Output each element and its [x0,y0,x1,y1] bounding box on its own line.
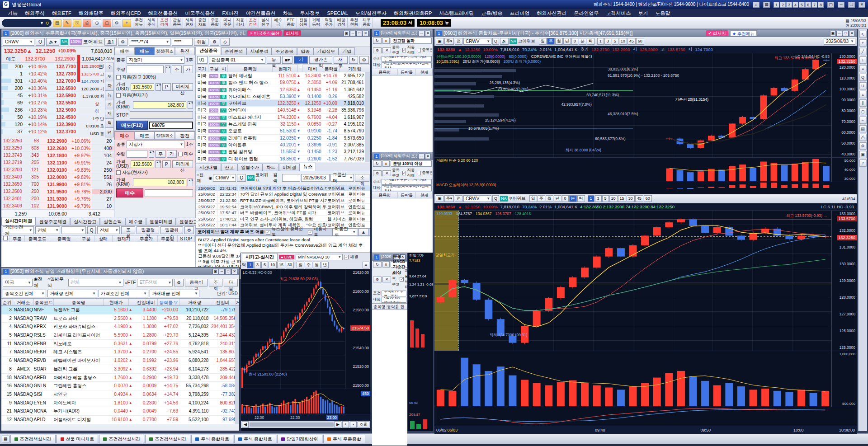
password-field[interactable]: **** [172,38,193,46]
menu-item[interactable]: 기능 [5,10,21,17]
volume-rank-table[interactable]: 3 NASDAQ NIVF 뉴젠IVF 그룹 5.1600 ▲ 3.4400 +… [1,306,239,424]
quick-button[interactable]: 적정 주가 [322,18,335,28]
precalc-button[interactable]: 미리계산 [172,83,193,91]
monitor-icon[interactable]: ▢ [827,2,834,8]
menu-item[interactable]: 시스템트레이딩 [436,10,477,17]
layout-icon[interactable]: ▣ [436,195,443,202]
price-combo[interactable]: 가격조건 전체▼ [99,290,148,297]
chart-date-combo[interactable]: 2025/06/03▼ [824,38,855,45]
close-button[interactable]: ✕ [859,2,865,8]
autodelete-checkbox[interactable] [402,48,406,52]
quick-button[interactable]: 거래 등락 [310,18,322,28]
menu-item[interactable]: 모의/실전투자 [352,10,390,17]
radio-all[interactable]: ◉전체 [34,276,46,289]
pause-icon[interactable]: II [382,38,390,44]
prev-button[interactable]: 전 [455,38,462,45]
pin-icon[interactable]: ▣ [344,31,349,36]
quick-button[interactable]: 배당 검색 [335,18,348,28]
minimize-icon[interactable]: ─ [836,31,842,36]
menu-item[interactable]: 보기 [635,10,651,17]
autocontent-checkbox[interactable] [308,230,312,235]
menu-item[interactable]: SPECIAL [324,10,351,16]
condition-name[interactable]: 분당 100억 이상 [391,160,432,167]
precalc-button[interactable]: 미리계산 [172,160,193,168]
menu-item[interactable]: 미국주식옵션 [182,10,218,17]
maximize-button[interactable]: ❐ [848,2,855,8]
autodelete-checkbox[interactable] [400,277,404,282]
gear-icon[interactable]: ⚙ [118,38,127,46]
buy-code-field[interactable] [145,189,193,197]
minimize-icon[interactable]: ─ [350,31,356,36]
gear-icon[interactable]: ⚙ [210,38,219,46]
quick-button[interactable]: 재무 종합 [360,18,373,28]
mode-combo[interactable]: 주▾ [444,38,454,45]
p-button[interactable]: P [162,83,171,91]
sell-form-tabs[interactable]: 매수매도정정/취소환전 [114,47,195,55]
menu-item[interactable]: 해외주식CFD [108,10,144,17]
gear-icon[interactable]: ⚙ [184,226,194,234]
gear-icon[interactable]: ⚙ [373,277,382,282]
add-folder-icon[interactable]: + [123,19,131,27]
quick-button[interactable]: 추천 메뉴 [132,18,145,28]
taskbar-tab[interactable]: 주식 주문종합 [323,435,365,443]
menu-item[interactable]: 차트 [279,10,296,17]
home-icon[interactable]: ⌂ [753,2,760,8]
layout-icon[interactable]: ▣ [436,38,443,45]
stop-icon[interactable]: ■▾ [282,56,292,64]
gear-icon[interactable]: ⚙ [373,47,382,53]
gear-icon[interactable]: ⚙ [373,170,382,176]
gear-icon[interactable]: ⚙ [174,279,184,286]
sell-price-krw[interactable]: 182,800 [133,101,186,109]
quick-button[interactable]: 조건 검색 [246,18,259,28]
menu-item[interactable]: 해외선물옵션 [145,10,181,17]
monitor-icon[interactable]: ▢ [103,19,111,27]
quick-button[interactable]: 예수 금 [272,18,284,28]
close-icon[interactable]: ✕ [382,170,391,176]
mini-tick-buttons[interactable]: 135101530 [247,262,294,268]
maximize-icon[interactable]: □ [225,269,231,274]
tick-buttons[interactable]: 135104560 [597,38,644,45]
news-symbol-combo[interactable]: CRWV▼ [213,174,236,182]
taskbar-tab[interactable]: 주식 종합차트 [191,435,233,443]
radio-all[interactable]: ○전체 [197,172,208,184]
radio-etf[interactable]: ○ETF [125,280,136,285]
pin-icon[interactable]: ▣ [830,31,836,36]
buy-form-tabs[interactable]: 매수매도정정/취소환전 [114,131,195,140]
amt-combo[interactable]: 거래대금 전체▼ [150,290,199,297]
zoom-out-button[interactable]: - [350,421,357,428]
close-icon[interactable]: ✕ [425,31,431,36]
chevron-down-icon[interactable]: ▼ [40,21,44,25]
gear-icon[interactable]: ⚙ [113,19,121,27]
news-search-field[interactable] [282,174,300,182]
ask-table[interactable]: 200 +10.46% 132.7700 1 +10.42% 132.7300 … [1,63,78,137]
research-badge[interactable]: ✔ 리서치 [706,30,728,36]
type-filter[interactable]: 전체▼ [35,226,60,234]
qty-ga-button[interactable]: 가 [167,150,177,158]
modify-all-button[interactable]: 일괄정정 [137,226,159,234]
account-combo[interactable]: ****-**74▼ [129,38,170,46]
quick-button[interactable]: 전일 상위 [297,18,310,28]
tick-buttons[interactable]: 1351015304560 [588,195,652,202]
vol-combo[interactable]: 거래량 전체▼ [47,290,97,297]
minimize-icon[interactable]: ─ [419,31,425,36]
search-icon[interactable]: Q [87,226,96,234]
collapse-icon[interactable]: ▲ [359,228,368,236]
weekly-volume[interactable]: 거래량 단순 5 20 60 120 50,00040,00030,000 [434,157,857,182]
buy-button[interactable]: 매수 [116,188,143,197]
grid-icon[interactable]: ▦ [763,2,770,8]
menu-item[interactable]: 교육/방송 [478,10,505,17]
period-buttons[interactable]: 일주월년0분틱 [539,38,594,45]
menu-item[interactable]: 도움말 [652,10,673,17]
search-icon[interactable]: Q [492,195,499,202]
scroll-right-icon[interactable]: ▶ [335,421,341,428]
taskbar-tab[interactable]: 선물 미니차트 [57,435,99,443]
minute-indicator[interactable] [434,407,857,426]
chart-symbol-combo[interactable]: CRWV▼ [463,195,491,202]
query-button[interactable]: 조회 [209,279,223,286]
autolink-combo[interactable]: 자동연동▼ [332,228,357,236]
compare-button[interactable]: 종목비교 [185,279,207,286]
autodelete-checkbox[interactable] [402,171,406,175]
quick-button[interactable]: 자동 감시 [234,18,246,28]
select-all-checkbox[interactable] [3,236,8,240]
detail-tabs[interactable]: 시간대별잔고일별주가차트미체결뉴스 [196,163,370,171]
